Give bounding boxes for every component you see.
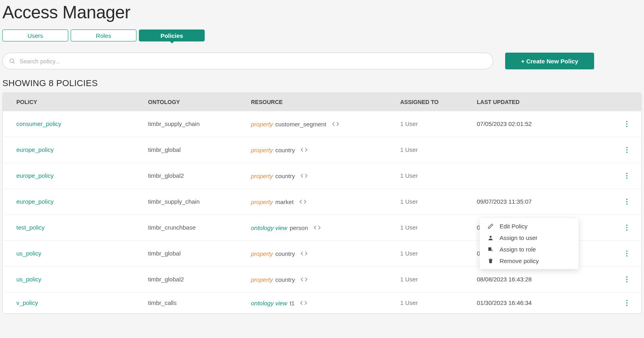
- policy-name-link[interactable]: us_policy: [16, 250, 41, 257]
- resource-name: country: [275, 250, 295, 257]
- ontology-name: timbr_supply_chain: [148, 120, 200, 127]
- svg-point-8: [626, 173, 627, 174]
- resource-type: property: [251, 173, 273, 179]
- svg-point-25: [626, 305, 627, 306]
- search-wrap: [2, 53, 493, 69]
- assigned-to: 1 User: [400, 198, 418, 205]
- resource-type: property: [251, 147, 273, 153]
- code-icon[interactable]: [300, 299, 307, 307]
- resource-type: property: [251, 276, 273, 283]
- page-title: Access Manager: [2, 0, 642, 29]
- ontology-name: timbr_supply_chain: [148, 198, 200, 205]
- svg-rect-27: [488, 248, 491, 251]
- svg-point-2: [626, 121, 627, 122]
- table-header: POLICY ONTOLOGY RESOURCE ASSIGNED TO LAS…: [3, 93, 641, 111]
- assigned-to: 1 User: [400, 299, 418, 306]
- table-row: europe_policy timbr_global2 property cou…: [3, 163, 641, 189]
- table-row: europe_policy timbr_global property coun…: [3, 137, 641, 163]
- col-header-assigned: ASSIGNED TO: [400, 99, 477, 105]
- menu-item-edit-policy[interactable]: Edit Policy: [480, 220, 579, 232]
- row-more-button[interactable]: [624, 298, 629, 308]
- resource-name: country: [275, 147, 295, 153]
- svg-point-3: [626, 123, 627, 124]
- svg-point-13: [626, 203, 627, 204]
- row-more-button[interactable]: [624, 249, 629, 258]
- resource-cell: property customer_segment: [251, 120, 400, 128]
- code-icon[interactable]: [300, 250, 308, 257]
- ontology-name: timbr_global: [148, 146, 181, 153]
- resource-name: market: [275, 198, 294, 205]
- ontology-name: timbr_crunchbase: [148, 224, 196, 231]
- row-more-button[interactable]: [624, 223, 629, 232]
- code-icon[interactable]: [299, 198, 306, 205]
- table-row: us_policy timbr_global2 property country…: [3, 267, 641, 293]
- policy-name-link[interactable]: us_policy: [16, 276, 41, 283]
- menu-item-remove-policy[interactable]: Remove policy: [480, 255, 579, 267]
- svg-point-0: [10, 59, 14, 63]
- svg-point-10: [626, 177, 627, 179]
- tab-users[interactable]: Users: [2, 29, 68, 41]
- row-more-button[interactable]: [624, 197, 629, 206]
- col-header-updated: LAST UPDATED: [477, 99, 569, 105]
- svg-point-16: [626, 229, 627, 230]
- ontology-name: timbr_global2: [148, 172, 184, 179]
- code-icon[interactable]: [300, 172, 308, 179]
- resource-type: ontology view: [251, 224, 287, 231]
- role-icon: [487, 246, 494, 252]
- policy-name-link[interactable]: europe_policy: [16, 172, 53, 179]
- table-row: v_policy timbr_calls ontology view t1 1 …: [3, 293, 641, 313]
- resource-name: country: [275, 173, 295, 179]
- svg-point-14: [626, 224, 627, 226]
- svg-point-24: [626, 302, 627, 303]
- policy-name-link[interactable]: europe_policy: [16, 198, 53, 205]
- resource-cell: ontology view person: [251, 224, 400, 231]
- pencil-icon: [487, 223, 494, 229]
- resource-type: ontology view: [251, 300, 287, 307]
- policy-name-link[interactable]: v_policy: [16, 299, 38, 306]
- search-input[interactable]: [2, 53, 493, 69]
- tab-roles[interactable]: Roles: [71, 29, 136, 41]
- resource-type: property: [251, 250, 273, 257]
- policy-name-link[interactable]: europe_policy: [16, 146, 53, 153]
- code-icon[interactable]: [314, 224, 321, 231]
- svg-point-19: [626, 255, 627, 256]
- table-row: consumer_policy timbr_supply_chain prope…: [3, 111, 641, 137]
- svg-point-21: [626, 279, 627, 280]
- tab-policies[interactable]: Policies: [139, 29, 205, 41]
- svg-point-9: [626, 175, 627, 176]
- menu-label: Assign to user: [500, 234, 537, 241]
- svg-point-18: [626, 253, 627, 254]
- menu-item-assign-user[interactable]: Assign to user: [480, 232, 579, 244]
- ontology-name: timbr_global: [148, 250, 181, 257]
- row-more-button[interactable]: [624, 171, 629, 181]
- code-icon[interactable]: [300, 146, 308, 153]
- user-icon: [487, 235, 494, 241]
- assigned-to: 1 User: [400, 276, 418, 283]
- code-icon[interactable]: [332, 120, 339, 128]
- svg-point-22: [626, 281, 627, 282]
- create-policy-button[interactable]: + Create New Policy: [505, 53, 594, 69]
- resource-name: country: [275, 276, 295, 283]
- row-more-button[interactable]: [624, 275, 629, 284]
- resource-cell: property country: [251, 172, 400, 179]
- row-more-button[interactable]: [624, 119, 629, 129]
- col-header-ontology: ONTOLOGY: [148, 99, 251, 105]
- policy-name-link[interactable]: consumer_policy: [16, 120, 61, 127]
- row-more-button[interactable]: [624, 145, 629, 155]
- resource-cell: property country: [251, 276, 400, 283]
- assigned-to: 1 User: [400, 250, 418, 257]
- trash-icon: [487, 258, 494, 264]
- svg-point-12: [626, 201, 627, 202]
- resource-cell: property country: [251, 250, 400, 257]
- policy-name-link[interactable]: test_policy: [16, 224, 45, 231]
- menu-label: Edit Policy: [500, 223, 527, 230]
- code-icon[interactable]: [300, 276, 308, 283]
- assigned-to: 1 User: [400, 146, 418, 153]
- assigned-to: 1 User: [400, 224, 418, 231]
- svg-point-15: [626, 227, 627, 228]
- svg-point-6: [626, 149, 627, 150]
- svg-point-17: [626, 250, 627, 252]
- assigned-to: 1 User: [400, 120, 418, 127]
- menu-item-assign-role[interactable]: Assign to role: [480, 244, 579, 255]
- resource-name: person: [290, 224, 308, 231]
